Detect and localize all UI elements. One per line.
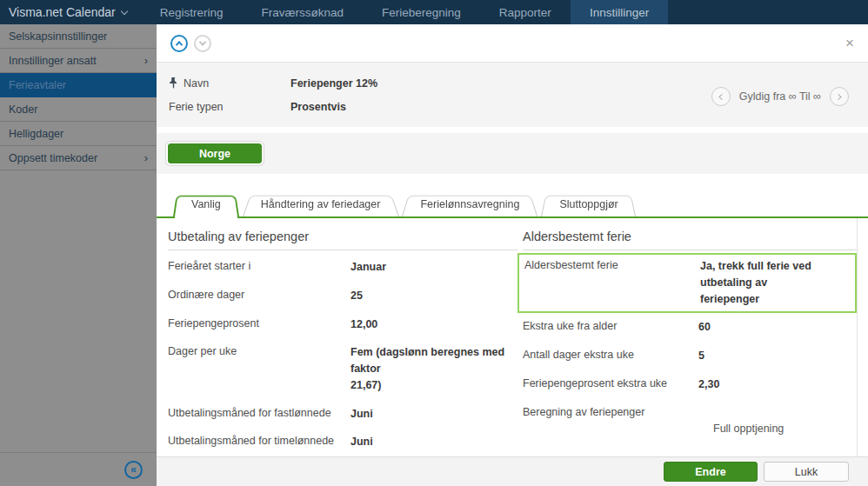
nav-item-innstillinger[interactable]: Innstillinger [571,0,668,24]
sidebar-item-oppsett-timekoder[interactable]: Oppsett timekoder › [0,146,157,170]
nav-item-ferieberegning[interactable]: Ferieberegning [363,0,480,24]
tab-handtering-av-feriedager[interactable]: Håndtering av feriedager [249,193,393,216]
pin-icon [169,77,178,89]
field-value-navn: Feriepenger 12% [290,77,377,90]
table-row: Utbetalingsmåned for timelønnede Juni [168,428,517,456]
tab-vanlig[interactable]: Vanlig [179,193,233,216]
sidebar-item-label: Helligdager [9,128,63,140]
sidebar-item-label: Innstillinger ansatt [9,55,97,67]
tab-sluttoppgjor[interactable]: Sluttoppgjør [547,193,630,216]
chevron-up-icon [176,41,183,48]
section-utbetaling: Utbetaling av feriepenger Ferieåret star… [168,230,517,456]
field-label: Ferie typen [169,101,290,113]
chevron-right-icon [835,93,841,99]
table-row: Ferieåret starter i Januar [168,253,517,282]
chevron-right-icon: › [144,54,148,67]
ferieavtale-detail-panel: × Navn Feriepenger 12% Ferie typen Prose… [157,24,868,486]
field-row-ferie-typen: Ferie typen Prosentvis [169,95,377,118]
sidebar-item-helligdager[interactable]: Helligdager [0,122,157,146]
field-row-navn: Navn Feriepenger 12% [169,71,377,95]
sidebar-item-koder[interactable]: Koder [0,97,157,122]
brand-label: Visma.net Calendar [9,5,116,19]
endre-button[interactable]: Endre [664,462,758,482]
nav-item-registrering[interactable]: Registrering [141,0,243,24]
sidebar-item-label: Ferieavtaler [9,79,66,91]
beregning-value-list: Full opptjening Begrenset, til 6G [698,405,857,457]
sidebar-footer: « [0,452,157,486]
validity-next-button[interactable] [830,87,849,106]
chevron-down-icon [120,7,127,14]
table-row: Antall dager ekstra uke 5 [523,342,857,370]
header-fields: Navn Feriepenger 12% Ferie typen Prosent… [169,71,377,118]
detail-footer: Endre Lukk [157,456,868,486]
chevron-right-icon: › [144,151,148,164]
country-bar: Norge [157,133,868,174]
tab-ferielonnsavregning[interactable]: Ferielønnsavregning [408,193,531,216]
country-norge-button[interactable]: Norge [168,143,262,163]
brand-menu[interactable]: Visma.net Calendar [0,0,141,24]
sidebar-item-selskapsinnstillinger[interactable]: Selskapsinnstillinger [0,24,157,49]
sidebar-item-innstillinger-ansatt[interactable]: Innstillinger ansatt › [0,49,157,73]
nav-item-fravaerssoknad[interactable]: Fraværssøknad [242,0,363,24]
table-row: Feriepengeprosent 12,00 [168,310,517,339]
list-item: Full opptjening [698,421,857,437]
sidebar-collapse-button[interactable]: « [124,461,143,479]
detail-header: Navn Feriepenger 12% Ferie typen Prosent… [157,63,868,127]
next-item-button[interactable] [194,35,211,52]
top-navigation: Visma.net Calendar Registrering Fraværss… [0,0,868,24]
sidebar-item-label: Oppsett timekoder [9,152,97,164]
sidebar-item-ferieavtaler[interactable]: Ferieavtaler [0,73,157,97]
table-row: Ekstra uke fra alder 60 [523,313,857,342]
section-title: Aldersbestemt ferie [523,230,857,250]
table-row: Feriepengeprosent ekstra uke 2,30 [523,370,857,399]
previous-item-button[interactable] [170,35,188,52]
field-value-ferie-typen: Prosentvis [290,101,346,113]
table-row: Dager per uke Fem (dagslønn beregnes med… [168,338,517,399]
header-divider [157,127,868,133]
validity-range-label: Gyldig fra ∞ Til ∞ [739,90,821,103]
detail-tabbar: Vanlig Håndtering av feriedager Ferieløn… [157,193,868,218]
settings-sidebar: Selskapsinnstillinger Innstillinger ansa… [0,24,157,486]
close-icon[interactable]: × [845,36,854,50]
chevron-down-icon [199,38,206,45]
table-row-highlighted: Aldersbestemt ferie Ja, trekk full ferie… [517,253,857,313]
tab-content-vanlig: Utbetaling av feriepenger Ferieåret star… [157,218,858,456]
collapse-icon: « [130,464,137,475]
nav-item-rapporter[interactable]: Rapporter [480,0,571,24]
table-row: Beregning av feriepenger Full opptjening… [523,399,857,457]
sidebar-item-label: Koder [9,103,37,116]
section-title: Utbetaling av feriepenger [168,230,517,250]
section-aldersbestemt: Aldersbestemt ferie Aldersbestemt ferie … [523,230,857,456]
lukk-button[interactable]: Lukk [764,462,849,482]
table-row: Utbetalingsmåned for fastlønnede Juni [168,400,517,429]
detail-toolbar: × [157,24,868,63]
chevron-left-icon [719,93,725,99]
validity-navigator: Gyldig fra ∞ Til ∞ [711,71,849,118]
validity-previous-button[interactable] [711,87,731,106]
field-label: Navn [169,77,290,90]
table-row: Ordinære dager 25 [168,282,517,310]
sidebar-item-label: Selskapsinnstillinger [9,30,107,43]
